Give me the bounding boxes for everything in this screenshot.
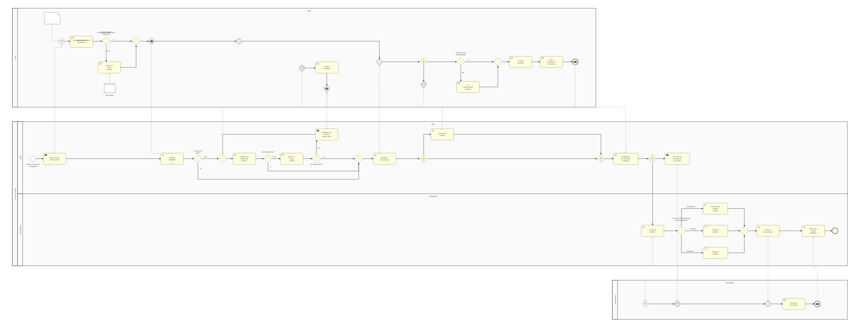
svg-text:Lieferadresse: Lieferadresse bbox=[77, 39, 86, 41]
svg-text:Rechnungs-: Rechnungs- bbox=[809, 228, 817, 230]
watermark-lager: Lager bbox=[307, 10, 311, 12]
end-event-lager bbox=[572, 59, 578, 65]
svg-text:Kreditkarte: Kreditkarte bbox=[712, 251, 719, 253]
svg-text:erstellen: erstellen bbox=[650, 231, 655, 233]
start-event-lager bbox=[59, 38, 65, 44]
svg-text:Alle Daten erfasst?: Alle Daten erfasst? bbox=[310, 164, 322, 165]
svg-text:fehlende: fehlende bbox=[324, 134, 330, 135]
event-catch-2 bbox=[376, 59, 382, 65]
svg-text:luss senden: luss senden bbox=[673, 160, 681, 162]
event-send-landesart bbox=[149, 38, 154, 44]
svg-text:Daten für die: Daten für die bbox=[240, 156, 248, 157]
svg-text:auslösen: auslösen bbox=[713, 231, 718, 233]
svg-text:×: × bbox=[136, 40, 136, 42]
svg-text:Waren senden: Waren senden bbox=[50, 159, 59, 161]
pool-process-engine: Process Engine Lager Buchhaltung Lager B… bbox=[12, 122, 847, 266]
svg-text:kontaktieren: kontaktieren bbox=[323, 68, 331, 69]
svg-text:verkleben und: verkleben und bbox=[547, 61, 556, 63]
svg-text:Mail über den: Mail über den bbox=[673, 156, 682, 157]
svg-text:bereitgestellt: bereitgestellt bbox=[29, 166, 37, 167]
event-recv-3a bbox=[674, 301, 680, 307]
svg-text:System: System bbox=[289, 158, 294, 160]
svg-text:Erfolgsmel-: Erfolgsmel- bbox=[764, 229, 772, 231]
svg-rect-129 bbox=[431, 129, 454, 140]
svg-text:Fertigstellung: Fertigstellung bbox=[621, 156, 630, 158]
pool-buchhaltung-extern: Buchhaltung Buchhaltung bbox=[612, 280, 847, 319]
svg-text:erstellen: erstellen bbox=[440, 135, 445, 136]
svg-text:Daten im IT-: Daten im IT- bbox=[288, 156, 296, 157]
task-mail-versandabschluss: Mail über denVersandabsch-luss senden bbox=[665, 153, 690, 164]
svg-text:verschicken: verschicken bbox=[790, 304, 798, 306]
svg-text:Lieferschein: Lieferschein bbox=[438, 133, 446, 134]
task-ueberweisungsformular: Überweisungs-formulardrucken bbox=[703, 203, 728, 214]
svg-text:ja: ja bbox=[200, 168, 201, 169]
svg-text:×: × bbox=[497, 61, 498, 62]
svg-point-175 bbox=[832, 228, 838, 234]
svg-text:formular: formular bbox=[713, 208, 718, 209]
svg-text:festgestellt?: festgestellt? bbox=[102, 33, 110, 35]
lane-buchhaltung: Buchhaltung bbox=[20, 225, 22, 234]
svg-text:bestätigen: bestätigen bbox=[810, 232, 817, 234]
svg-text:nein: nein bbox=[107, 50, 110, 52]
svg-text:Erfolgsmel-: Erfolgsmel- bbox=[381, 157, 388, 159]
svg-text:In Karton: In Karton bbox=[518, 60, 524, 62]
event-send-vertrieb bbox=[324, 86, 330, 92]
svg-text:Ware hat hohe: Ware hat hohe bbox=[456, 52, 466, 53]
pool-lager: Lager Lager bbox=[12, 8, 596, 107]
event-catch-3 bbox=[765, 301, 771, 307]
svg-text:beschriften: beschriften bbox=[548, 63, 555, 65]
svg-text:dung anzeigen: dung anzeigen bbox=[380, 159, 389, 161]
task-kreditkarte-belasten: Kreditkartebelasten bbox=[703, 247, 728, 259]
svg-text:×: × bbox=[222, 158, 223, 159]
svg-text:Land aus IT-: Land aus IT- bbox=[105, 65, 114, 66]
svg-rect-166 bbox=[757, 225, 779, 236]
svg-text:nein: nein bbox=[317, 147, 320, 149]
task-erfolgsmeldung-2: Erfolgsmel-dung anzeigen bbox=[757, 225, 779, 236]
event-receive-missing bbox=[299, 65, 305, 71]
svg-text:drucken: drucken bbox=[713, 210, 718, 211]
svg-text:belasten: belasten bbox=[713, 253, 718, 255]
event-receive-lieferschein bbox=[421, 81, 427, 87]
svg-text:Rechnung: Rechnung bbox=[649, 229, 656, 231]
svg-text:Zollbehörde: Zollbehörde bbox=[241, 158, 248, 160]
svg-text:Lastschrift: Lastschrift bbox=[690, 228, 696, 230]
svg-text:×: × bbox=[316, 158, 317, 159]
pool3-title: Buchhaltung bbox=[614, 295, 616, 304]
task-land-aus-it-system: Land aus IT-Systemermitteln bbox=[98, 62, 121, 73]
task-fertigstellung-versand: Fertigstellungdes Versandesbestätigen bbox=[613, 153, 638, 164]
task-it-daten-ermitteln: Daten im IT-Systemermitteln bbox=[280, 153, 303, 164]
svg-text:Überweisungs-: Überweisungs- bbox=[711, 206, 720, 207]
svg-rect-185 bbox=[612, 280, 847, 319]
svg-text:×: × bbox=[358, 158, 359, 159]
svg-text:identifizieren: identifizieren bbox=[77, 42, 85, 43]
svg-text:×: × bbox=[197, 158, 198, 159]
svg-text:Versandabsch-: Versandabsch- bbox=[673, 158, 682, 160]
task-lieferschein-erstellen: Lieferscheinerstellen bbox=[431, 129, 454, 140]
lane-lager2: Lager bbox=[20, 155, 22, 160]
start-event-p3 bbox=[643, 301, 648, 307]
pool-pe-title: Process Engine bbox=[14, 188, 16, 199]
svg-text:Alle Daten erfasst?: Alle Daten erfasst? bbox=[262, 151, 274, 153]
pool-lager-title: Lager bbox=[14, 56, 16, 60]
svg-text:nein: nein bbox=[204, 156, 207, 157]
task-verkleben-beschriften: Kartonverkleben undbeschriften bbox=[540, 56, 563, 68]
svg-text:erfassen: erfassen bbox=[242, 160, 247, 162]
task-schutzmaterial: InSchutzmaterialverpacken bbox=[457, 81, 479, 93]
end-event-p2 bbox=[832, 228, 838, 234]
svg-text:ermitteln: ermitteln bbox=[289, 160, 294, 162]
svg-text:verpacken: verpacken bbox=[465, 88, 471, 90]
svg-text:Überweisung: Überweisung bbox=[687, 206, 695, 207]
svg-text:Lieferung ins: Lieferung ins bbox=[194, 150, 202, 152]
svg-rect-1 bbox=[12, 8, 596, 107]
event-catch-link bbox=[236, 38, 242, 44]
svg-text:System: System bbox=[107, 67, 112, 68]
svg-text:versand: versand bbox=[811, 230, 816, 232]
task-lieferadresse-identifizieren: Lieferadresse identifizieren Lieferadres… bbox=[70, 36, 93, 47]
svg-text:ERP-System: ERP-System bbox=[105, 95, 114, 96]
svg-text:Daten senden: Daten senden bbox=[322, 136, 331, 137]
svg-text:×: × bbox=[460, 61, 461, 62]
svg-text:Kommissionier-
liste: Kommissionier- liste bbox=[0, 0, 15, 0]
svg-text:Karton: Karton bbox=[550, 59, 554, 61]
task-abhebung-ausloesen: Abhebungauslösen bbox=[703, 225, 728, 236]
svg-text:Bruchfestigkeit?: Bruchfestigkeit? bbox=[456, 54, 466, 56]
